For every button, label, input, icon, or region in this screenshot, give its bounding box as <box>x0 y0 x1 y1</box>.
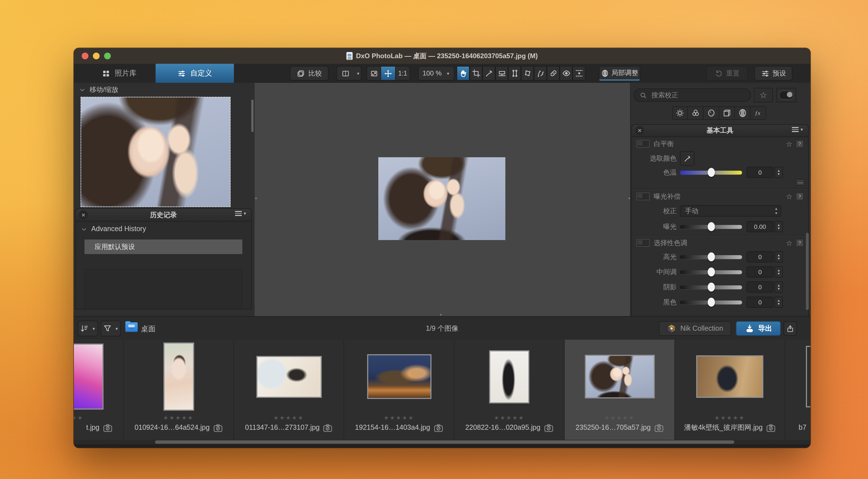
thumbnail-image[interactable] <box>696 355 763 398</box>
thumbnail-image[interactable] <box>489 350 529 403</box>
image-canvas[interactable] <box>255 83 631 316</box>
rating-stars[interactable]: ★★★★★ <box>455 415 564 421</box>
search-correction-box[interactable] <box>633 88 751 102</box>
tone-slider[interactable] <box>680 285 742 289</box>
category-detail-button[interactable] <box>704 106 719 120</box>
exposure-slider[interactable] <box>680 225 742 229</box>
right-scrollbar[interactable] <box>806 233 809 310</box>
help-icon[interactable]: ? <box>796 192 804 200</box>
white-balance-checkbox[interactable] <box>636 140 650 148</box>
tone-slider[interactable] <box>680 270 742 274</box>
nik-collection-button[interactable]: Nik Collection <box>659 321 732 336</box>
star-icon[interactable]: ☆ <box>786 192 793 201</box>
filter-button[interactable]: ▼ <box>101 321 121 336</box>
filmstrip-item[interactable]: ★★★★★192154-16…1403a4.jpg <box>344 340 455 440</box>
navigator-preview[interactable] <box>81 97 230 207</box>
star-icon[interactable]: ☆ <box>786 139 793 148</box>
filmstrip-item[interactable]: ★★★★★011347-16…273107.jpg <box>234 340 344 440</box>
temperature-stepper[interactable]: ▲▼ <box>775 167 783 178</box>
thumbnail-image[interactable] <box>585 355 654 398</box>
selective-tone-header[interactable]: 选择性色调 ☆? <box>632 238 808 248</box>
red-eye-tool-button[interactable] <box>560 66 572 81</box>
filmstrip-item[interactable]: ★★★★★潘敏4k壁纸_彼岸图网.jpg <box>675 340 785 440</box>
correction-mode-select[interactable]: 手动 ▲▼ <box>680 205 781 217</box>
exposure-value[interactable]: 0.00 <box>747 221 773 232</box>
category-color-button[interactable] <box>688 106 704 120</box>
eyedropper-button[interactable] <box>680 151 694 166</box>
local-adjustments-button[interactable]: 局部调整 <box>599 66 640 81</box>
collapse-sliders-button[interactable]: — <box>796 179 805 186</box>
active-corrections-toggle[interactable] <box>776 88 796 102</box>
upright-tool-button[interactable] <box>508 66 521 81</box>
left-scrollbar[interactable] <box>251 100 253 132</box>
temperature-value[interactable]: 0 <box>747 167 773 178</box>
tab-customize[interactable]: 自定义 <box>156 64 234 83</box>
move-zoom-header[interactable]: 移动/缩放 <box>74 83 255 96</box>
tone-slider[interactable] <box>680 300 742 304</box>
share-button[interactable] <box>783 321 797 336</box>
rating-stars[interactable]: ★★★★★ <box>234 415 344 421</box>
filmstrip-item[interactable]: ★★★★★b7 <box>785 340 810 440</box>
tone-value[interactable]: 0 <box>747 266 773 278</box>
spot-weighted-tool-button[interactable] <box>572 66 585 81</box>
exposure-stepper[interactable]: ▲▼ <box>775 221 783 232</box>
thumbnail-image[interactable] <box>256 356 321 397</box>
category-local-button[interactable] <box>735 106 750 120</box>
exposure-header[interactable]: 曝光补偿 ☆? <box>632 191 808 201</box>
reset-button[interactable]: 重置 <box>706 66 748 81</box>
favorites-filter-button[interactable]: ☆ <box>754 88 773 102</box>
exposure-checkbox[interactable] <box>636 192 650 200</box>
scrollbar-thumb[interactable] <box>155 440 734 444</box>
menu-icon[interactable]: ▼ <box>235 211 247 216</box>
slider-knob[interactable] <box>707 267 715 277</box>
filmstrip-scrollbar[interactable] <box>74 440 810 444</box>
tone-value[interactable]: 0 <box>747 251 773 262</box>
title-bar[interactable]: DxO PhotoLab — 桌面 — 235250-16406203705a5… <box>74 48 810 64</box>
compare-button[interactable]: 比较 <box>290 66 329 81</box>
move-tool-button[interactable] <box>381 66 396 81</box>
one-to-one-button[interactable]: 1:1 <box>396 66 410 81</box>
filmstrip-item[interactable]: ★★★★★220822-16…020a95.jpg <box>455 340 565 440</box>
tone-slider[interactable] <box>680 255 742 259</box>
selective-tone-checkbox[interactable] <box>636 239 650 247</box>
horizon-tool-button[interactable] <box>495 66 508 81</box>
hand-tool-button[interactable] <box>457 66 469 81</box>
tone-stepper[interactable]: ▲▼ <box>775 251 783 262</box>
help-icon[interactable]: ? <box>796 239 804 247</box>
tone-value[interactable]: 0 <box>747 282 773 293</box>
zoom-select[interactable]: 100 % ▼ <box>418 66 455 81</box>
presets-button[interactable]: 预设 <box>754 66 793 81</box>
heal-tool-button[interactable] <box>547 66 560 81</box>
thumbnail-image[interactable] <box>367 354 431 399</box>
slider-knob[interactable] <box>707 168 715 177</box>
slider-knob[interactable] <box>707 222 715 231</box>
rating-stars[interactable]: ★★★★★ <box>675 415 785 421</box>
star-icon[interactable]: ☆ <box>786 239 793 247</box>
fit-screen-button[interactable] <box>367 66 381 81</box>
splitter-handle[interactable] <box>255 197 257 199</box>
tone-value[interactable]: 0 <box>747 296 773 308</box>
thumbnail-image[interactable] <box>806 346 810 407</box>
perspective-tool-button[interactable] <box>521 66 534 81</box>
category-light-button[interactable] <box>672 106 688 120</box>
tone-stepper[interactable]: ▲▼ <box>775 296 783 308</box>
slider-knob[interactable] <box>707 298 715 307</box>
advanced-history-header[interactable]: Advanced History <box>75 222 251 236</box>
slider-knob[interactable] <box>707 252 715 261</box>
sort-button[interactable]: ▼ <box>78 321 98 336</box>
tab-photo-library[interactable]: 照片库 <box>83 64 156 83</box>
rating-stars[interactable]: ★★★★★ <box>74 415 123 421</box>
filmstrip-item[interactable]: ★★★★★010924-16…64a524.jpg <box>124 340 234 440</box>
category-effects-button[interactable]: ƒx <box>750 106 766 120</box>
rating-stars[interactable]: ★★★★★ <box>344 415 454 421</box>
crop-tool-button[interactable] <box>469 66 483 81</box>
split-view-button[interactable] <box>336 66 355 81</box>
tone-stepper[interactable]: ▲▼ <box>775 266 783 278</box>
splitter-handle[interactable] <box>440 314 441 316</box>
export-button[interactable]: 导出 <box>736 321 781 336</box>
filmstrip-item[interactable]: ★★★★★t.jpg <box>74 340 124 440</box>
close-icon[interactable]: × <box>635 126 644 135</box>
rating-stars[interactable]: ★★★★★ <box>565 415 674 421</box>
rating-stars[interactable]: ★★★★★ <box>124 415 234 421</box>
eyedropper-tool-button[interactable] <box>483 66 495 81</box>
